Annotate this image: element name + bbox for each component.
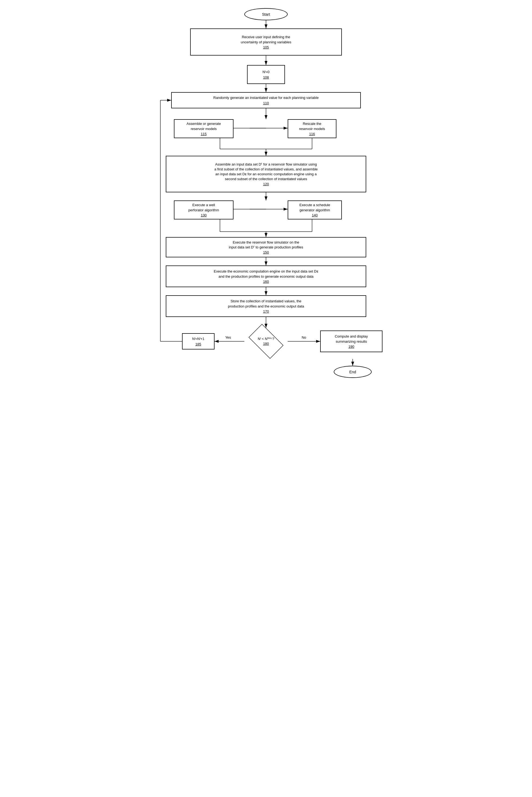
- flowchart-diagram: Yes No Start Receive user input defining…: [144, 5, 388, 385]
- box-140-label: Execute a schedule generator algorithm: [299, 203, 330, 212]
- box-190: Compute and display summarizing results …: [320, 330, 382, 352]
- box-140-ref: 140: [312, 213, 318, 217]
- box-190-ref: 190: [348, 345, 354, 349]
- box-150: Execute the reservoir flow simulator on …: [166, 237, 366, 258]
- box-130: Execute a well perforator algorithm 130: [174, 201, 233, 220]
- box-185-ref: 185: [195, 342, 201, 346]
- start-label: Start: [262, 12, 270, 17]
- box-130-ref: 130: [201, 213, 207, 217]
- box-108-label: Nᴵ=0: [263, 70, 269, 75]
- box-185-label: Nᴵ=Nᴵ+1: [192, 337, 204, 341]
- box-115-ref: 115: [201, 132, 207, 136]
- diamond-180-label: Nᴵ < Nᴹᴬᴸ?: [258, 337, 274, 341]
- box-120-label: Assemble an input data set Dᶠ for a rese…: [214, 162, 318, 182]
- end-oval: End: [334, 366, 372, 378]
- diamond-180: Nᴵ < Nᴹᴬᴸ? 180: [244, 328, 288, 355]
- box-150-label: Execute the reservoir flow simulator on …: [229, 240, 303, 250]
- box-105-ref: 105: [263, 45, 269, 49]
- box-140: Execute a schedule generator algorithm 1…: [288, 201, 342, 220]
- box-160-label: Execute the economic computation engine …: [214, 269, 318, 279]
- diamond-180-ref: 180: [263, 342, 269, 346]
- box-170: Store the collection of instantiated val…: [166, 295, 366, 317]
- box-185: Nᴵ=Nᴵ+1 185: [182, 333, 214, 349]
- box-130-label: Execute a well perforator algorithm: [188, 203, 219, 212]
- box-115: Assemble or generate reservoir models 11…: [174, 119, 233, 138]
- box-108: Nᴵ=0 108: [247, 65, 285, 84]
- end-label: End: [349, 370, 356, 374]
- box-120-ref: 120: [263, 182, 269, 186]
- box-108-ref: 108: [263, 75, 269, 79]
- start-oval: Start: [244, 8, 288, 20]
- box-170-label: Store the collection of instantiated val…: [228, 299, 304, 308]
- box-190-label: Compute and display summarizing results: [335, 334, 368, 344]
- svg-text:No: No: [302, 335, 306, 339]
- box-150-ref: 150: [263, 250, 269, 254]
- box-105: Receive user input defining the uncertai…: [190, 29, 342, 56]
- svg-text:Yes: Yes: [225, 335, 231, 339]
- box-110-label: Randomly generate an instantiated value …: [213, 95, 319, 100]
- box-105-label: Receive user input defining the uncertai…: [241, 35, 291, 44]
- box-110: Randomly generate an instantiated value …: [171, 92, 361, 108]
- box-110-ref: 110: [263, 101, 269, 105]
- box-120: Assemble an input data set Dᶠ for a rese…: [166, 156, 366, 192]
- box-115-label: Assemble or generate reservoir models: [186, 121, 221, 131]
- box-116-label: Rescale the reservoir models: [299, 121, 325, 131]
- box-116-ref: 116: [309, 132, 315, 136]
- box-160-ref: 160: [263, 280, 269, 284]
- box-116: Rescale the reservoir models 116: [288, 119, 337, 138]
- box-160: Execute the economic computation engine …: [166, 265, 366, 287]
- box-170-ref: 170: [263, 309, 269, 314]
